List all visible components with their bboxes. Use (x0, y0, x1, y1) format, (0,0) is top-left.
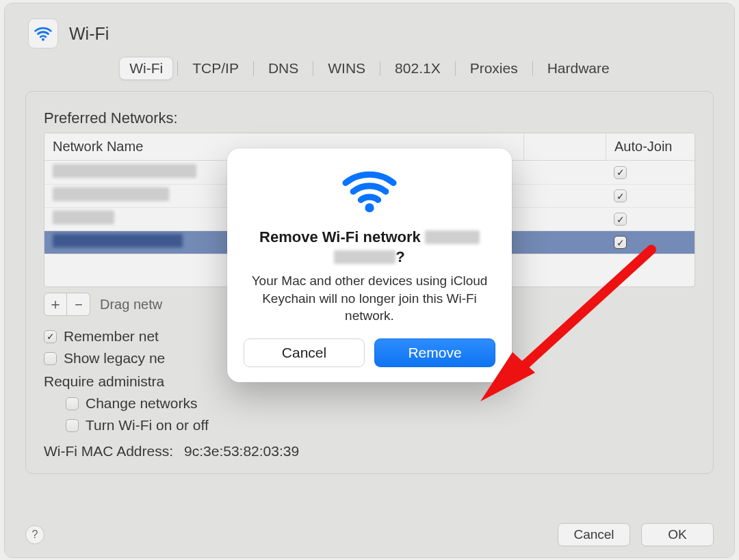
window-header: Wi-Fi (5, 3, 734, 54)
tab-separator (455, 61, 456, 76)
tab-tcpip[interactable]: TCP/IP (182, 57, 249, 80)
tab-separator (532, 61, 533, 76)
auto-join-checkbox[interactable]: ✓ (614, 166, 627, 179)
wifi-header-icon-box (28, 18, 58, 49)
remove-network-dialog: Remove Wi-Fi network ? Your Mac and othe… (227, 148, 512, 382)
preferred-networks-label: Preferred Networks: (44, 109, 695, 127)
page-title: Wi-Fi (69, 24, 109, 44)
option-turn-wifi[interactable]: ✓ Turn Wi-Fi on or off (66, 417, 695, 434)
dialog-cancel-button[interactable]: Cancel (244, 338, 365, 367)
network-advanced-window: Wi-Fi Wi-Fi TCP/IP DNS WINS 802.1X Proxi… (4, 3, 735, 558)
tab-bar: Wi-Fi TCP/IP DNS WINS 802.1X Proxies Har… (5, 57, 734, 80)
option-label: Remember net (64, 328, 159, 345)
help-button[interactable]: ? (25, 525, 44, 544)
option-label: Change networks (86, 395, 197, 412)
column-security[interactable] (523, 133, 606, 160)
tab-wifi[interactable]: Wi-Fi (119, 57, 173, 80)
add-network-button[interactable]: ＋ (44, 293, 67, 316)
checkbox-icon: ✓ (44, 352, 57, 365)
checkbox-icon: ✓ (44, 330, 57, 343)
auto-join-checkbox[interactable]: ✓ (614, 236, 627, 249)
auto-join-checkbox[interactable]: ✓ (614, 189, 627, 202)
mac-address-value: 9c:3e:53:82:03:39 (184, 443, 299, 459)
checkbox-icon: ✓ (66, 419, 79, 432)
drag-hint: Drag netw (100, 297, 162, 312)
svg-point-0 (42, 38, 44, 41)
mac-address-label: Wi-Fi MAC Address: (44, 443, 173, 459)
checkbox-icon: ✓ (66, 397, 79, 410)
column-auto-join[interactable]: Auto-Join (606, 133, 695, 160)
dialog-remove-button[interactable]: Remove (374, 338, 495, 367)
window-footer: ? Cancel OK (25, 523, 714, 546)
tab-separator (253, 61, 254, 76)
tab-8021x[interactable]: 802.1X (385, 57, 451, 80)
tab-dns[interactable]: DNS (258, 57, 309, 80)
dialog-title-suffix: ? (396, 248, 404, 265)
option-label: Turn Wi-Fi on or off (86, 417, 209, 434)
dialog-title: Remove Wi-Fi network ? (248, 228, 491, 267)
tab-separator (177, 61, 178, 76)
svg-point-1 (365, 203, 374, 212)
dialog-title-prefix: Remove Wi-Fi network (259, 228, 425, 245)
tab-separator (313, 61, 313, 76)
tab-proxies[interactable]: Proxies (460, 57, 528, 80)
cancel-button[interactable]: Cancel (558, 523, 630, 546)
option-change-networks[interactable]: ✓ Change networks (66, 395, 695, 412)
wifi-icon (339, 166, 400, 214)
tab-separator (380, 61, 380, 76)
tab-hardware[interactable]: Hardware (537, 57, 620, 80)
dialog-description: Your Mac and other devices using iCloud … (249, 272, 490, 325)
mac-address-row: Wi-Fi MAC Address: 9c:3e:53:82:03:39 (44, 443, 695, 459)
auto-join-checkbox[interactable]: ✓ (614, 213, 627, 226)
wifi-icon (33, 23, 53, 44)
ok-button[interactable]: OK (641, 523, 714, 546)
tab-wins[interactable]: WINS (317, 57, 376, 80)
option-label: Show legacy ne (64, 350, 165, 366)
remove-network-button[interactable]: － (67, 293, 90, 316)
